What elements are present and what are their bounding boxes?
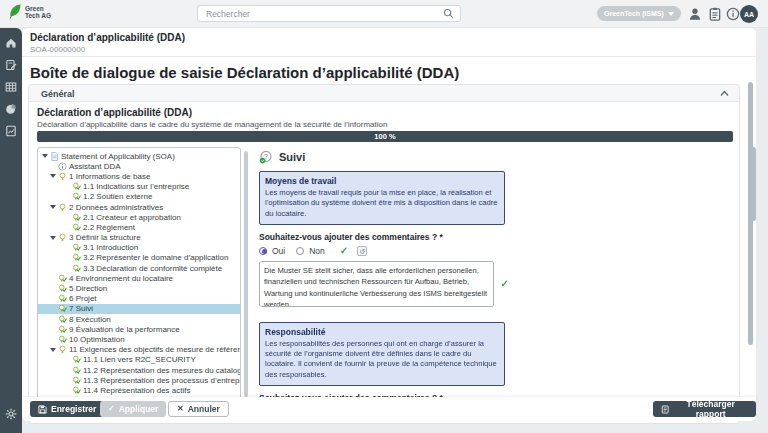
topbar: Green Tech AG GreenTech (ISMS) (0, 0, 768, 28)
tree-item[interactable]: 1 Informations de base (38, 171, 240, 181)
tree-item[interactable]: 2 Données administratives (38, 202, 240, 212)
home-icon[interactable] (5, 37, 17, 49)
radio-group: OuiNon✓↺ (259, 246, 509, 256)
apply-button[interactable]: ✓ Appliquer (100, 401, 166, 417)
gear-icon[interactable] (5, 408, 17, 420)
tree-item-label: Assistant DDA (69, 162, 121, 171)
save-button[interactable]: Enregistrer (30, 401, 104, 417)
tree-item-label: 2 Données administratives (69, 203, 163, 212)
tree-item[interactable]: 11.4 Représentation des actifs (38, 385, 240, 395)
save-icon (38, 405, 47, 414)
clipboard-icon[interactable] (708, 7, 722, 21)
tree-item-label: 1.2 Soutien externe (83, 192, 152, 201)
pie-chart-icon[interactable] (5, 103, 17, 115)
general-panel: Général Déclaration d’applicabilité (DDA… (28, 84, 740, 424)
tree-item-label: 11 Exigences des objectifs de mesure de … (69, 345, 241, 354)
search-box (197, 5, 461, 22)
table-icon[interactable] (5, 81, 17, 93)
info-circle-icon (58, 162, 67, 171)
tree-item[interactable]: 6 Projet (38, 294, 240, 304)
radio-label[interactable]: Oui (272, 246, 285, 256)
download-report-button[interactable]: Télécharger rapport (653, 401, 756, 417)
radio-label[interactable]: Non (309, 246, 325, 256)
bulb-check-icon (72, 386, 81, 395)
radio-oui[interactable] (259, 247, 267, 255)
chevron-up-icon[interactable] (720, 90, 729, 97)
tree-item-label: 3.3 Déclaration de conformité complète (83, 264, 222, 273)
cancel-button[interactable]: ✕ Annuler (168, 401, 229, 417)
comment-textarea[interactable] (259, 261, 494, 307)
section-form-pane: ? Suivi Moyens de travailLes moyens de t… (253, 147, 735, 405)
tree-item-label: Statement of Applicability (SOA) (61, 152, 175, 161)
tree-item[interactable]: Assistant DDA (38, 161, 240, 171)
tree-expand-arrow[interactable] (50, 174, 56, 178)
tree-item[interactable]: 11.2 Représentation des mesures du catal… (38, 365, 240, 375)
main-content-card: Déclaration d’applicabilité (DDA) SOA-00… (22, 28, 756, 421)
tree-item[interactable]: 1.1 Indications sur l’entreprise (38, 182, 240, 192)
tree-item[interactable]: 11.1 Lien vers R2C_SECURITY (38, 355, 240, 365)
tree-item[interactable]: 3.2 Représenter le domaine d’application (38, 253, 240, 263)
comment-valid-check-icon: ✓ (501, 279, 509, 289)
tree-item-label: 8 Exécution (69, 315, 111, 324)
document-icon (50, 152, 59, 161)
app-window: Green Tech AG GreenTech (ISMS) (0, 0, 768, 433)
tree-item[interactable]: 3.3 Déclaration de conformité complète (38, 263, 240, 273)
radio-non[interactable] (296, 247, 304, 255)
tree-item-label: 2.2 Règlement (83, 223, 135, 232)
tree-item-label: 5 Direction (69, 284, 107, 293)
header-divider (22, 56, 756, 57)
tree-item[interactable]: 7 Suivi (38, 304, 240, 314)
tree-expand-arrow[interactable] (50, 236, 56, 240)
tree-expand-arrow[interactable] (50, 348, 56, 352)
valid-check-icon: ✓ (340, 246, 348, 256)
tree-item[interactable]: 5 Direction (38, 283, 240, 293)
general-panel-header[interactable]: Général (29, 85, 739, 102)
question-label: Souhaitez-vous ajouter des commentaires … (259, 232, 509, 242)
tree-item-label: 9 Évaluation de la performance (69, 325, 180, 334)
sidebar-nav (0, 28, 22, 433)
reset-field-icon[interactable]: ↺ (357, 246, 367, 256)
tree-item[interactable]: 1.2 Soutien externe (38, 192, 240, 202)
download-report-label: Télécharger rapport (673, 399, 748, 419)
bulb-check-icon (72, 243, 81, 252)
search-icon[interactable] (443, 8, 454, 19)
bulb-icon (58, 172, 67, 181)
tree-item[interactable]: 2.2 Règlement (38, 222, 240, 232)
tree-scrollbar[interactable] (244, 151, 248, 397)
tree-item-label: 3.1 Introduction (83, 243, 138, 252)
tree-item[interactable]: Statement of Applicability (SOA) (38, 151, 240, 161)
tree-item[interactable]: 2.1 Créateur et approbation (38, 212, 240, 222)
tree-item[interactable]: 8 Exécution (38, 314, 240, 324)
tree-item[interactable]: 11.3 Représentation des processus d’entr… (38, 375, 240, 385)
bulb-check-icon (72, 376, 81, 385)
report-icon[interactable] (5, 125, 17, 137)
download-report-icon (661, 405, 669, 414)
tree-item[interactable]: 4 Environnement du locataire (38, 273, 240, 283)
tree-item[interactable]: 3.1 Introduction (38, 243, 240, 253)
question-check-icon: ? (259, 150, 273, 164)
bulb-check-icon (72, 213, 81, 222)
tree-expand-arrow[interactable] (42, 154, 48, 158)
chevron-down-icon (668, 12, 674, 16)
bulb-icon (58, 203, 67, 212)
form-edit-icon[interactable] (5, 59, 17, 71)
user-icon[interactable] (688, 7, 702, 21)
block-spacer (259, 307, 509, 316)
progress-label: 100 % (374, 132, 395, 141)
tree-expand-arrow[interactable] (50, 205, 56, 209)
tree-item[interactable]: 9 Évaluation de la performance (38, 324, 240, 334)
tree-item[interactable]: 10 Optimisation (38, 334, 240, 344)
apply-label: Appliquer (119, 404, 159, 414)
search-input[interactable] (204, 8, 443, 20)
control-title: Moyens de travail (265, 176, 499, 186)
tree-item[interactable]: 11 Exigences des objectifs de mesure de … (38, 345, 240, 355)
info-icon[interactable] (726, 7, 740, 21)
bulb-check-icon (58, 274, 67, 283)
dialog-scrollbar[interactable] (748, 82, 753, 345)
tree-item-label: 10 Optimisation (69, 335, 125, 344)
tree-item[interactable]: 3 Définir la structure (38, 233, 240, 243)
bulb-icon (58, 233, 67, 242)
bulb-icon (58, 345, 67, 354)
tenant-selector-button[interactable]: GreenTech (ISMS) (597, 6, 681, 21)
avatar[interactable]: AA (740, 5, 758, 23)
